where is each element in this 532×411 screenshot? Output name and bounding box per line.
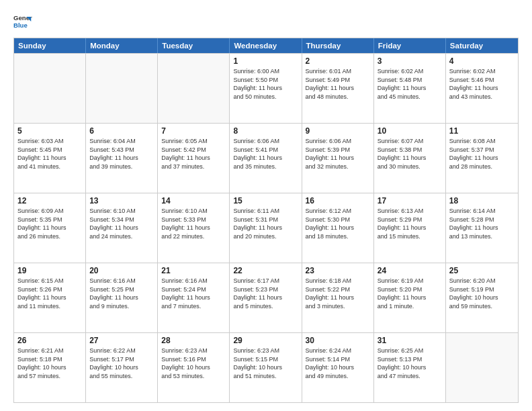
- day-info: Sunrise: 6:02 AM Sunset: 5:46 PM Dayligh…: [449, 67, 515, 101]
- day-info: Sunrise: 6:14 AM Sunset: 5:28 PM Dayligh…: [449, 207, 515, 240]
- empty-cell: [86, 54, 158, 123]
- day-info: Sunrise: 6:23 AM Sunset: 5:15 PM Dayligh…: [233, 347, 298, 380]
- calendar-day-cell: 5Sunrise: 6:03 AM Sunset: 5:45 PM Daylig…: [14, 124, 86, 193]
- day-number: 22: [233, 266, 298, 275]
- calendar-day-cell: 14Sunrise: 6:10 AM Sunset: 5:33 PM Dayli…: [158, 193, 230, 263]
- day-info: Sunrise: 6:04 AM Sunset: 5:43 PM Dayligh…: [89, 137, 154, 171]
- day-info: Sunrise: 6:06 AM Sunset: 5:41 PM Dayligh…: [233, 137, 298, 171]
- calendar-day-cell: 29Sunrise: 6:23 AM Sunset: 5:15 PM Dayli…: [230, 333, 302, 402]
- calendar-header: SundayMondayTuesdayWednesdayThursdayFrid…: [14, 38, 518, 53]
- day-number: 9: [306, 126, 370, 136]
- calendar-day-cell: 9Sunrise: 6:06 AM Sunset: 5:39 PM Daylig…: [302, 124, 374, 193]
- calendar-day-cell: 24Sunrise: 6:19 AM Sunset: 5:20 PM Dayli…: [374, 263, 446, 332]
- calendar-row: 5Sunrise: 6:03 AM Sunset: 5:45 PM Daylig…: [14, 123, 518, 193]
- calendar-day-cell: 26Sunrise: 6:21 AM Sunset: 5:18 PM Dayli…: [14, 333, 86, 402]
- day-number: 28: [161, 336, 226, 345]
- day-info: Sunrise: 6:08 AM Sunset: 5:37 PM Dayligh…: [449, 137, 515, 171]
- day-number: 11: [449, 126, 515, 136]
- empty-cell: [14, 54, 86, 123]
- calendar-grid: SundayMondayTuesdayWednesdayThursdayFrid…: [13, 38, 519, 403]
- weekday-header: Monday: [86, 38, 158, 53]
- logo: General Blue: [13, 12, 32, 31]
- calendar-day-cell: 8Sunrise: 6:06 AM Sunset: 5:41 PM Daylig…: [230, 124, 302, 193]
- calendar-day-cell: 17Sunrise: 6:13 AM Sunset: 5:29 PM Dayli…: [374, 193, 446, 263]
- day-info: Sunrise: 6:22 AM Sunset: 5:17 PM Dayligh…: [89, 347, 154, 380]
- page-header: General Blue: [13, 12, 519, 31]
- day-number: 30: [306, 336, 370, 345]
- calendar-body: 1Sunrise: 6:00 AM Sunset: 5:50 PM Daylig…: [14, 53, 518, 402]
- weekday-header: Saturday: [446, 38, 518, 53]
- day-number: 18: [449, 196, 515, 205]
- calendar-day-cell: 12Sunrise: 6:09 AM Sunset: 5:35 PM Dayli…: [14, 193, 86, 263]
- calendar-row: 26Sunrise: 6:21 AM Sunset: 5:18 PM Dayli…: [14, 332, 518, 402]
- day-info: Sunrise: 6:11 AM Sunset: 5:31 PM Dayligh…: [233, 207, 298, 240]
- day-info: Sunrise: 6:02 AM Sunset: 5:48 PM Dayligh…: [378, 67, 442, 101]
- day-number: 23: [306, 266, 370, 275]
- day-number: 14: [161, 196, 226, 205]
- day-number: 24: [378, 266, 442, 275]
- calendar-day-cell: 27Sunrise: 6:22 AM Sunset: 5:17 PM Dayli…: [86, 333, 158, 402]
- day-number: 1: [233, 56, 298, 66]
- day-info: Sunrise: 6:07 AM Sunset: 5:38 PM Dayligh…: [378, 137, 442, 171]
- day-info: Sunrise: 6:10 AM Sunset: 5:33 PM Dayligh…: [161, 207, 226, 240]
- calendar-day-cell: 10Sunrise: 6:07 AM Sunset: 5:38 PM Dayli…: [374, 124, 446, 193]
- day-number: 8: [233, 126, 298, 136]
- day-info: Sunrise: 6:18 AM Sunset: 5:22 PM Dayligh…: [306, 277, 370, 310]
- day-number: 10: [378, 126, 442, 136]
- day-number: 2: [306, 56, 370, 66]
- day-info: Sunrise: 6:20 AM Sunset: 5:19 PM Dayligh…: [449, 277, 515, 310]
- day-info: Sunrise: 6:24 AM Sunset: 5:14 PM Dayligh…: [306, 347, 370, 380]
- day-info: Sunrise: 6:09 AM Sunset: 5:35 PM Dayligh…: [17, 207, 82, 240]
- day-number: 20: [89, 266, 154, 275]
- day-info: Sunrise: 6:21 AM Sunset: 5:18 PM Dayligh…: [17, 347, 82, 380]
- day-number: 16: [306, 196, 370, 205]
- day-number: 27: [89, 336, 154, 345]
- day-number: 15: [233, 196, 298, 205]
- calendar-day-cell: 11Sunrise: 6:08 AM Sunset: 5:37 PM Dayli…: [446, 124, 518, 193]
- day-number: 12: [17, 196, 82, 205]
- calendar-row: 1Sunrise: 6:00 AM Sunset: 5:50 PM Daylig…: [14, 53, 518, 123]
- calendar-day-cell: 13Sunrise: 6:10 AM Sunset: 5:34 PM Dayli…: [86, 193, 158, 263]
- calendar-row: 12Sunrise: 6:09 AM Sunset: 5:35 PM Dayli…: [14, 193, 518, 263]
- day-number: 19: [17, 266, 82, 275]
- day-info: Sunrise: 6:12 AM Sunset: 5:30 PM Dayligh…: [306, 207, 370, 240]
- calendar-day-cell: 18Sunrise: 6:14 AM Sunset: 5:28 PM Dayli…: [446, 193, 518, 263]
- weekday-header: Tuesday: [158, 38, 230, 53]
- day-number: 29: [233, 336, 298, 345]
- empty-cell: [446, 333, 518, 402]
- day-info: Sunrise: 6:05 AM Sunset: 5:42 PM Dayligh…: [161, 137, 226, 171]
- empty-cell: [158, 54, 230, 123]
- day-number: 3: [378, 56, 442, 66]
- day-info: Sunrise: 6:23 AM Sunset: 5:16 PM Dayligh…: [161, 347, 226, 380]
- calendar-day-cell: 6Sunrise: 6:04 AM Sunset: 5:43 PM Daylig…: [86, 124, 158, 193]
- day-info: Sunrise: 6:06 AM Sunset: 5:39 PM Dayligh…: [306, 137, 370, 171]
- day-info: Sunrise: 6:16 AM Sunset: 5:24 PM Dayligh…: [161, 277, 226, 310]
- day-number: 4: [449, 56, 515, 66]
- day-info: Sunrise: 6:00 AM Sunset: 5:50 PM Dayligh…: [233, 67, 298, 101]
- day-number: 25: [449, 266, 515, 275]
- calendar-day-cell: 1Sunrise: 6:00 AM Sunset: 5:50 PM Daylig…: [230, 54, 302, 123]
- day-number: 31: [378, 336, 442, 345]
- calendar-page: General Blue SundayMondayTuesdayWednesda…: [0, 0, 532, 411]
- calendar-day-cell: 16Sunrise: 6:12 AM Sunset: 5:30 PM Dayli…: [302, 193, 374, 263]
- weekday-header: Wednesday: [230, 38, 302, 53]
- weekday-header: Friday: [374, 38, 446, 53]
- day-info: Sunrise: 6:01 AM Sunset: 5:49 PM Dayligh…: [306, 67, 370, 101]
- day-info: Sunrise: 6:03 AM Sunset: 5:45 PM Dayligh…: [17, 137, 82, 171]
- day-info: Sunrise: 6:17 AM Sunset: 5:23 PM Dayligh…: [233, 277, 298, 310]
- logo-icon: General Blue: [13, 12, 32, 31]
- day-info: Sunrise: 6:13 AM Sunset: 5:29 PM Dayligh…: [378, 207, 442, 240]
- calendar-day-cell: 20Sunrise: 6:16 AM Sunset: 5:25 PM Dayli…: [86, 263, 158, 332]
- calendar-day-cell: 31Sunrise: 6:25 AM Sunset: 5:13 PM Dayli…: [374, 333, 446, 402]
- calendar-day-cell: 30Sunrise: 6:24 AM Sunset: 5:14 PM Dayli…: [302, 333, 374, 402]
- calendar-day-cell: 25Sunrise: 6:20 AM Sunset: 5:19 PM Dayli…: [446, 263, 518, 332]
- calendar-day-cell: 7Sunrise: 6:05 AM Sunset: 5:42 PM Daylig…: [158, 124, 230, 193]
- weekday-header: Thursday: [302, 38, 374, 53]
- weekday-header: Sunday: [14, 38, 86, 53]
- day-number: 7: [161, 126, 226, 136]
- day-number: 13: [89, 196, 154, 205]
- calendar-day-cell: 23Sunrise: 6:18 AM Sunset: 5:22 PM Dayli…: [302, 263, 374, 332]
- calendar-day-cell: 19Sunrise: 6:15 AM Sunset: 5:26 PM Dayli…: [14, 263, 86, 332]
- svg-text:Blue: Blue: [13, 21, 28, 29]
- calendar-day-cell: 21Sunrise: 6:16 AM Sunset: 5:24 PM Dayli…: [158, 263, 230, 332]
